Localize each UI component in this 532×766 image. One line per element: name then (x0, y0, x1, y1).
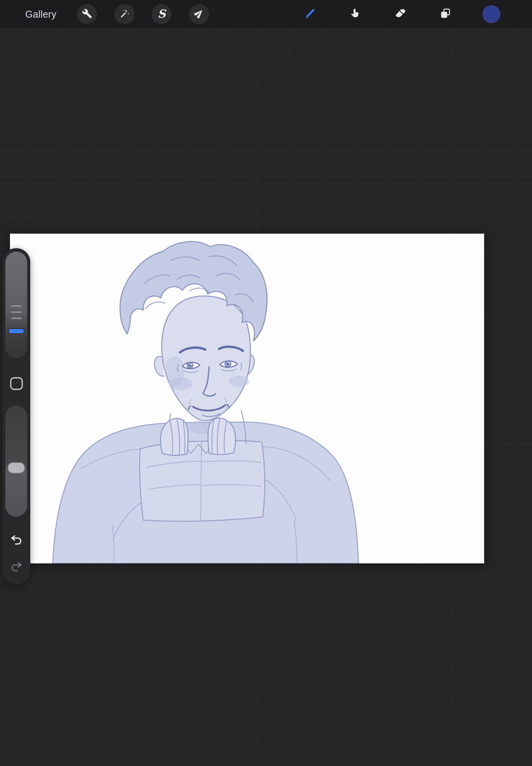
color-swatch-button[interactable] (483, 5, 500, 23)
brush-icon (304, 7, 317, 21)
modify-button[interactable] (10, 377, 23, 390)
opacity-slider[interactable] (5, 406, 27, 517)
canvas-artwork (10, 234, 484, 563)
procreate-screen: Gallery S (0, 0, 532, 766)
undo-button[interactable] (9, 532, 24, 547)
wrench-icon (82, 8, 92, 20)
opacity-handle[interactable] (8, 462, 25, 473)
paint-tool-button[interactable] (300, 4, 320, 24)
adjustments-button[interactable] (115, 4, 134, 24)
brush-size-handle[interactable] (8, 328, 25, 334)
erase-tool-button[interactable] (391, 4, 411, 24)
transform-button[interactable] (189, 4, 209, 24)
brush-size-ticks (11, 305, 22, 324)
redo-button[interactable] (9, 559, 24, 574)
redo-icon (10, 559, 23, 574)
smudge-finger-icon (349, 8, 361, 21)
actions-button[interactable] (77, 4, 97, 24)
gallery-label: Gallery (25, 9, 56, 20)
top-toolbar: Gallery S (0, 0, 532, 28)
selection-s-icon: S (158, 8, 166, 20)
workspace-background (0, 28, 532, 766)
undo-icon (10, 532, 23, 547)
layers-button[interactable] (435, 4, 455, 24)
brush-size-slider[interactable] (5, 252, 27, 358)
selection-button[interactable]: S (152, 4, 172, 24)
layers-icon (440, 8, 451, 21)
magic-wand-icon (119, 8, 130, 20)
canvas[interactable] (10, 234, 484, 563)
sidebar (2, 248, 30, 584)
smudge-tool-button[interactable] (345, 4, 365, 24)
gallery-button[interactable]: Gallery (25, 0, 56, 28)
eraser-icon (395, 8, 406, 21)
transform-arrow-icon (194, 8, 204, 20)
